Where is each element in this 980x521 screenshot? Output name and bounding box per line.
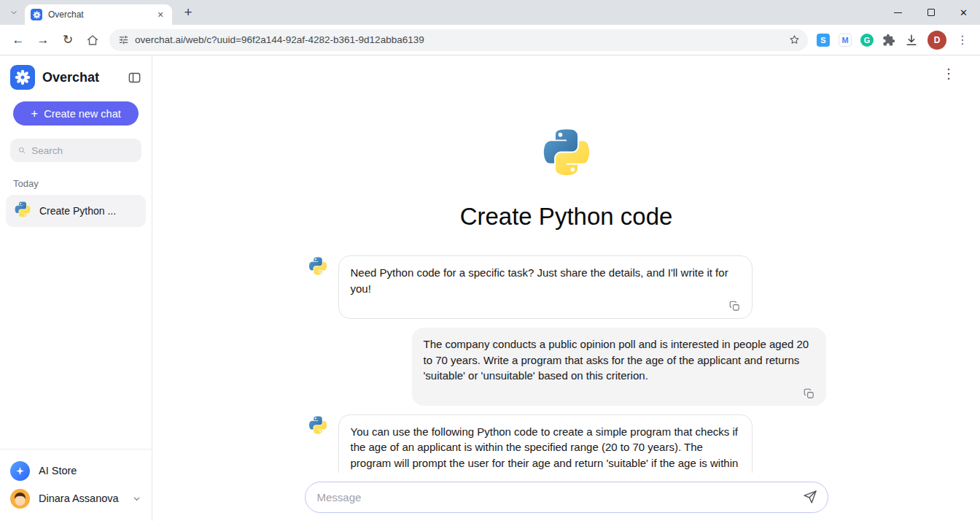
create-new-chat-button[interactable]: + Create new chat [13, 101, 139, 126]
send-icon [803, 490, 817, 504]
user-message-bubble: The company conducts a public opinion po… [412, 328, 826, 406]
today-section-label: Today [13, 178, 139, 189]
tab-title: Overchat [48, 9, 149, 20]
copy-message-button[interactable] [729, 301, 740, 312]
collapse-sidebar-button[interactable] [128, 71, 141, 85]
window-minimize-button[interactable] [882, 0, 914, 25]
message-input[interactable] [317, 491, 803, 503]
send-button[interactable] [803, 490, 817, 504]
ai-store-item[interactable]: AI Store [10, 457, 141, 485]
python-icon [13, 201, 32, 220]
sidebar-chat-item[interactable]: Create Python ... [6, 195, 146, 227]
message-list: Need Python code for a specific task? Ju… [307, 255, 826, 509]
search-input[interactable] [31, 145, 134, 156]
extension-mail-icon[interactable]: M [839, 34, 852, 47]
composer-area [152, 473, 980, 521]
window-controls: ✕ [882, 0, 980, 25]
app-name: Overchat [42, 70, 128, 85]
browser-profile-avatar[interactable]: D [928, 31, 946, 50]
toolbar-extensions: S M G D ⋮ [812, 31, 974, 50]
copy-icon [804, 388, 814, 399]
bookmark-star-icon[interactable] [785, 31, 804, 50]
sidebar-header: Overchat [0, 55, 152, 96]
reload-button[interactable]: ↻ [55, 28, 80, 53]
new-tab-button[interactable]: + [178, 2, 198, 23]
chat-main: ⋮ Create Python code Need Python code fo… [152, 55, 980, 521]
extension-grammarly-icon[interactable]: G [860, 34, 874, 47]
assistant-avatar-python-icon [307, 257, 329, 279]
chat-hero: Create Python code [152, 128, 980, 231]
user-name: Dinara Assanova [39, 493, 119, 504]
assistant-message-row: Need Python code for a specific task? Ju… [307, 255, 826, 319]
create-new-chat-label: Create new chat [44, 108, 121, 120]
tab-strip: Overchat ✕ + ✕ [0, 0, 980, 25]
minimize-icon [894, 12, 902, 13]
forward-button[interactable]: → [31, 28, 55, 53]
sidebar-footer: AI Store Dinara Assanova [0, 449, 152, 521]
extension-s-icon[interactable]: S [817, 34, 830, 47]
chat-title: Create Python code [460, 203, 673, 231]
window-maximize-button[interactable] [914, 0, 947, 25]
browser-menu-button[interactable]: ⋮ [955, 33, 970, 47]
home-icon [86, 34, 99, 47]
overchat-favicon [31, 9, 42, 20]
user-account-item[interactable]: Dinara Assanova [10, 485, 141, 512]
message-composer[interactable] [305, 482, 828, 513]
user-avatar [10, 489, 30, 509]
assistant-message-bubble: Need Python code for a specific task? Ju… [338, 255, 752, 319]
back-button[interactable]: ← [6, 28, 31, 53]
address-bar[interactable]: overchat.ai/web/c?uuid=96f2a144-92af-428… [109, 29, 808, 51]
chevron-down-icon [132, 494, 141, 503]
assistant-avatar-python-icon [307, 416, 329, 438]
browser-chrome: Overchat ✕ + ✕ ← → ↻ overchat.ai/web/c?u… [0, 0, 980, 55]
panel-collapse-icon [128, 71, 141, 85]
browser-toolbar: ← → ↻ overchat.ai/web/c?uuid=96f2a144-92… [0, 25, 980, 55]
home-button[interactable] [80, 28, 105, 53]
tab-search-button[interactable] [4, 3, 23, 22]
user-message-row: The company conducts a public opinion po… [307, 328, 826, 406]
search-box[interactable] [10, 139, 141, 162]
chat-options-button[interactable]: ⋮ [942, 66, 955, 82]
extensions-puzzle-icon[interactable] [882, 34, 895, 47]
message-text: The company conducts a public opinion po… [424, 338, 809, 382]
sidebar: Overchat + Create new chat Today Create … [0, 55, 152, 521]
ai-store-icon [10, 461, 30, 481]
downloads-icon[interactable] [904, 33, 919, 47]
maximize-icon [928, 9, 935, 16]
url-text[interactable]: overchat.ai/web/c?uuid=96f2a144-92af-428… [135, 34, 779, 45]
window-close-button[interactable]: ✕ [947, 0, 980, 25]
tab-close-icon[interactable]: ✕ [155, 9, 166, 20]
python-logo [538, 128, 595, 185]
chevron-down-icon [9, 8, 18, 17]
search-icon [18, 145, 26, 155]
plus-icon: + [31, 107, 38, 120]
overchat-logo [10, 65, 35, 90]
site-settings-icon[interactable] [118, 34, 129, 45]
ai-store-label: AI Store [39, 465, 77, 476]
message-text: Need Python code for a specific task? Ju… [351, 266, 728, 295]
chat-item-title: Create Python ... [39, 205, 116, 217]
copy-message-button[interactable] [804, 388, 814, 399]
overchat-app: Overchat + Create new chat Today Create … [0, 55, 980, 521]
copy-icon [729, 301, 740, 312]
browser-tab[interactable]: Overchat ✕ [25, 4, 172, 25]
